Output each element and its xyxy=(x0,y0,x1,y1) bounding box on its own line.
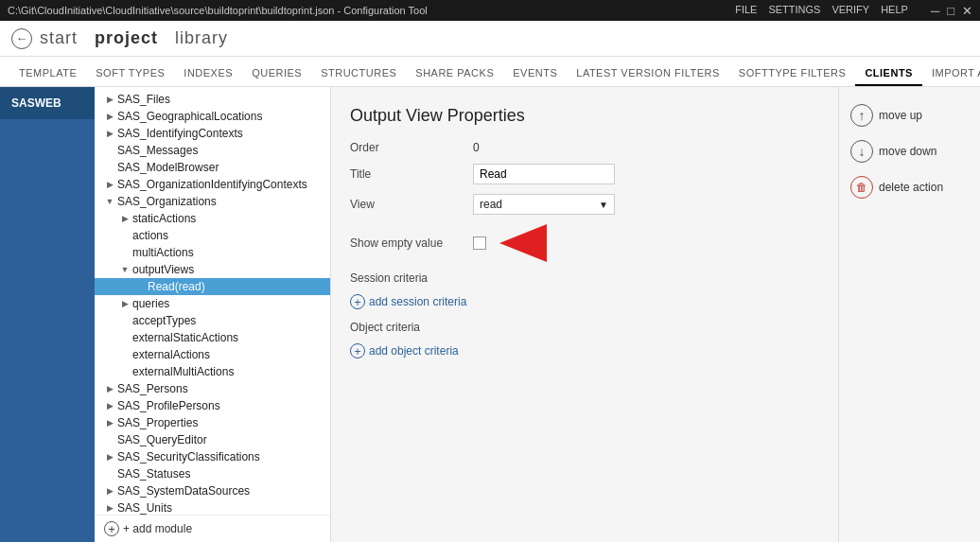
menu-file[interactable]: FILE xyxy=(735,4,757,18)
list-item[interactable]: ▼ SAS_Organizations xyxy=(95,193,330,210)
list-item[interactable]: ▼ outputViews xyxy=(95,261,330,278)
tab-queries[interactable]: QUERIES xyxy=(242,61,311,86)
plus-circle-icon-2: + xyxy=(350,343,365,358)
tree-node-label: SAS_Units xyxy=(117,501,172,515)
list-item[interactable]: ▶ SAS_Persons xyxy=(95,380,330,397)
expand-icon: ▶ xyxy=(117,214,132,223)
list-item[interactable]: externalMultiActions xyxy=(95,363,330,380)
right-panel: ↑ move up ↓ move down 🗑 delete action xyxy=(838,87,980,542)
list-item[interactable]: acceptTypes xyxy=(95,312,330,329)
list-item[interactable]: SAS_Messages xyxy=(95,142,330,159)
view-select-value: read xyxy=(480,198,502,211)
add-module-label: + add module xyxy=(123,522,192,535)
list-item[interactable]: externalStaticActions xyxy=(95,329,330,346)
list-item[interactable]: ▶ SAS_SystemDataSources xyxy=(95,482,330,499)
tab-clients[interactable]: CLIENTS xyxy=(855,61,922,86)
list-item[interactable]: actions xyxy=(95,227,330,244)
tree-panel: ▶ SAS_Files ▶ SAS_GeographicalLocations … xyxy=(95,87,331,542)
show-empty-checkbox[interactable] xyxy=(473,236,486,250)
list-item[interactable]: SAS_QueryEditor xyxy=(95,431,330,448)
plus-icon: + xyxy=(104,521,119,536)
content-panel: Output View Properties Order 0 Title Vie… xyxy=(331,87,838,542)
expand-icon: ▶ xyxy=(102,112,117,121)
expand-icon: ▶ xyxy=(102,384,117,393)
add-session-criteria-button[interactable]: + add session criteria xyxy=(350,294,819,309)
expand-icon: ▼ xyxy=(117,265,132,274)
annotation-arrow xyxy=(499,224,547,262)
tab-soft-types[interactable]: SOFT TYPES xyxy=(86,61,174,86)
field-label-object-criteria: Object criteria xyxy=(350,321,473,334)
list-item[interactable]: ▶ SAS_ProfilePersons xyxy=(95,397,330,414)
tree-node-label: actions xyxy=(132,229,168,242)
sidebar-item-sasweb[interactable]: SASWEB xyxy=(0,87,95,119)
list-item[interactable]: ▶ queries xyxy=(95,295,330,312)
list-item[interactable]: ▶ SAS_Files xyxy=(95,91,330,108)
add-object-criteria-label: add object criteria xyxy=(369,344,459,358)
field-label-session-criteria: Session criteria xyxy=(350,271,473,285)
add-session-criteria-label: add session criteria xyxy=(369,295,466,308)
tree-node-label: externalActions xyxy=(132,348,210,361)
tab-template[interactable]: TEMPLATE xyxy=(9,61,86,86)
view-select[interactable]: read ▼ xyxy=(473,194,615,215)
expand-icon: ▶ xyxy=(102,503,117,513)
move-down-button[interactable]: ↓ move down xyxy=(850,138,969,165)
expand-icon: ▶ xyxy=(102,95,117,104)
tab-import-attributes[interactable]: IMPORT ATTRIBUTES xyxy=(922,61,980,86)
tree-node-label: externalMultiActions xyxy=(132,365,234,378)
tree-node-label: SAS_GeographicalLocations xyxy=(117,110,262,123)
list-item[interactable]: ▶ SAS_IdentifyingContexts xyxy=(95,125,330,142)
list-item[interactable]: ▶ SAS_GeographicalLocations xyxy=(95,108,330,125)
tree-node-label: SAS_QueryEditor xyxy=(117,433,207,446)
delete-action-button[interactable]: 🗑 delete action xyxy=(850,174,969,201)
title-start: start xyxy=(40,28,78,47)
list-item-selected[interactable]: Read(read) xyxy=(95,278,330,295)
tab-share-packs[interactable]: SHARE PACKS xyxy=(406,61,503,86)
tree-node-label: acceptTypes xyxy=(132,314,196,327)
list-item[interactable]: multiActions xyxy=(95,244,330,261)
restore-icon[interactable]: □ xyxy=(947,4,954,18)
window-controls: ─ □ ✕ xyxy=(931,4,972,18)
list-item[interactable]: externalActions xyxy=(95,346,330,363)
field-label-show-empty: Show empty value xyxy=(350,236,473,250)
list-item[interactable]: ▶ SAS_Units xyxy=(95,499,330,515)
list-item[interactable]: ▶ SAS_OrganizationIdentifyingContexts xyxy=(95,176,330,193)
expand-icon: ▶ xyxy=(102,486,117,496)
move-up-button[interactable]: ↑ move up xyxy=(850,102,969,129)
title-input[interactable] xyxy=(473,164,615,184)
field-value-order: 0 xyxy=(473,141,480,154)
tree-node-label: SAS_OrganizationIdentifyingContexts xyxy=(117,178,307,191)
tree-node-label: SAS_Messages xyxy=(117,144,198,157)
title-bar-menu: FILE SETTINGS VERIFY HELP ─ □ ✕ xyxy=(735,4,972,18)
list-item[interactable]: ▶ SAS_Properties xyxy=(95,414,330,431)
menu-help[interactable]: HELP xyxy=(881,4,908,18)
form-row-order: Order 0 xyxy=(350,141,819,154)
expand-icon: ▶ xyxy=(102,452,117,462)
tab-indexes[interactable]: INDEXES xyxy=(174,61,242,86)
close-icon[interactable]: ✕ xyxy=(962,4,972,18)
tab-structures[interactable]: STRUCTURES xyxy=(311,61,406,86)
tab-latest-version-filters[interactable]: LATEST VERSION FILTERS xyxy=(567,61,729,86)
back-button[interactable]: ← xyxy=(11,28,32,49)
list-item[interactable]: SAS_Statuses xyxy=(95,465,330,482)
field-label-view: View xyxy=(350,198,473,211)
list-item[interactable]: ▶ staticActions xyxy=(95,210,330,227)
add-module-button[interactable]: + + add module xyxy=(95,515,330,542)
menu-settings[interactable]: SETTINGS xyxy=(768,4,820,18)
list-item[interactable]: ▶ SAS_SecurityClassifications xyxy=(95,448,330,465)
plus-circle-icon: + xyxy=(350,294,365,309)
tree-node-label: SAS_Persons xyxy=(117,382,188,395)
minimize-icon[interactable]: ─ xyxy=(931,4,939,18)
menu-verify[interactable]: VERIFY xyxy=(831,4,869,18)
tree-node-label: Read(read) xyxy=(148,280,205,293)
add-object-criteria-button[interactable]: + add object criteria xyxy=(350,343,819,358)
main-layout: SASWEB ▶ SAS_Files ▶ SAS_GeographicalLoc… xyxy=(0,87,980,542)
move-up-label: move up xyxy=(879,109,922,122)
form-row-view: View read ▼ xyxy=(350,194,819,215)
panel-title: Output View Properties xyxy=(350,106,819,126)
tree-scroll[interactable]: ▶ SAS_Files ▶ SAS_GeographicalLocations … xyxy=(95,87,330,515)
tab-events[interactable]: EVENTS xyxy=(503,61,567,86)
title-library: library xyxy=(175,28,228,47)
list-item[interactable]: SAS_ModelBrowser xyxy=(95,159,330,176)
tab-softtype-filters[interactable]: SOFTTYPE FILTERS xyxy=(729,61,856,86)
sidebar: SASWEB xyxy=(0,87,95,542)
